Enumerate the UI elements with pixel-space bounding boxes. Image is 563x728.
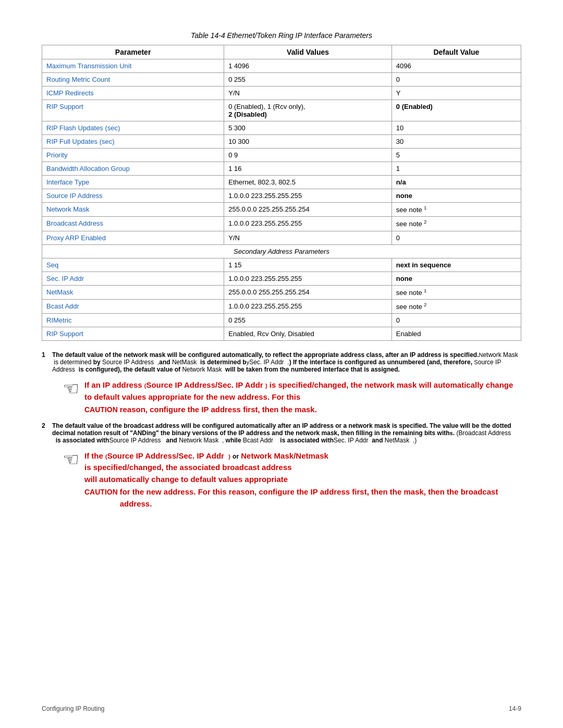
param-cell: RIP Full Updates (sec): [42, 135, 224, 149]
table-row: RIP SupportEnabled, Rcv Only, DisabledEn…: [42, 327, 521, 341]
table-row: Routing Metric Count0 2550: [42, 73, 521, 87]
header-default-value: Default Value: [391, 45, 521, 59]
default-cell: 4096: [391, 59, 521, 73]
table-row: Broadcast Address1.0.0.0 223.255.255.255…: [42, 217, 521, 231]
default-cell: 0 (Enabled): [391, 100, 521, 121]
footer-left: Configuring IP Routing: [42, 705, 105, 712]
table-row: RIMetric0 2550: [42, 314, 521, 327]
valid-cell: 1.0.0.0 223.255.255.255: [224, 299, 392, 313]
table-row: ICMP RedirectsY/NY: [42, 87, 521, 100]
table-row: Priority0 95: [42, 149, 521, 162]
table-row: Interface TypeEthernet, 802.3, 802.5n/a: [42, 176, 521, 189]
param-cell: RIP Flash Updates (sec): [42, 121, 224, 135]
param-cell: NetMask: [42, 285, 224, 299]
table-section-header: Secondary Address Parameters: [42, 244, 521, 258]
footer-right: 14-9: [509, 705, 521, 712]
header-valid-values: Valid Values: [224, 45, 392, 59]
valid-cell: 1 16: [224, 162, 392, 176]
param-cell: Maximum Transmission Unit: [42, 59, 224, 73]
table-row: RIP Full Updates (sec)10 30030: [42, 135, 521, 149]
valid-cell: Ethernet, 802.3, 802.5: [224, 176, 392, 189]
param-cell: Broadcast Address: [42, 217, 224, 231]
footnotes: 1 The default value of the network mask …: [42, 351, 521, 510]
table-row: Maximum Transmission Unit1 40964096: [42, 59, 521, 73]
table-row: Proxy ARP EnabledY/N0: [42, 231, 521, 244]
valid-cell: 0 255: [224, 314, 392, 327]
valid-cell: 1.0.0.0 223.255.255.255: [224, 217, 392, 231]
page-content: Table 14-4 Ethernet/Token Ring IP Interf…: [0, 0, 563, 547]
default-cell: 0: [391, 314, 521, 327]
table-row: RIP Flash Updates (sec)5 30010: [42, 121, 521, 135]
default-cell: none: [391, 189, 521, 203]
default-cell: 0: [391, 73, 521, 87]
valid-cell: 0 9: [224, 149, 392, 162]
valid-cell: 1.0.0.0 223.255.255.255: [224, 272, 392, 285]
table-row: RIP Support0 (Enabled), 1 (Rcv only),2 (…: [42, 100, 521, 121]
param-cell: RIP Support: [42, 100, 224, 121]
default-cell: 5: [391, 149, 521, 162]
valid-cell: 1.0.0.0 223.255.255.255: [224, 189, 392, 203]
table-row: Sec. IP Addr1.0.0.0 223.255.255.255none: [42, 272, 521, 285]
footnote-1-text: The default value of the network mask wi…: [52, 351, 521, 373]
caution-block-2: ☜ If the (Source IP Address/Sec. IP Addr…: [63, 450, 521, 510]
default-cell: Y: [391, 87, 521, 100]
param-cell: Source IP Address: [42, 189, 224, 203]
caution-2-text-2: for the new address. For this reason, co…: [120, 486, 521, 510]
valid-cell: 255.0.0.0 225.255.255.254: [224, 203, 392, 217]
table-title: Table 14-4 Ethernet/Token Ring IP Interf…: [42, 31, 521, 40]
caution-1-text: If an IP address (Source IP Address/Sec.…: [84, 379, 521, 403]
caution-label-1: CAUTION: [84, 405, 120, 414]
footer: Configuring IP Routing 14-9: [42, 705, 521, 712]
default-cell: 1: [391, 162, 521, 176]
footnote-2-text: The default value of the broadcast addre…: [52, 422, 521, 444]
caution-2-text: If the (Source IP Address/Sec. IP Addr )…: [84, 450, 521, 486]
caution-label-2: CAUTION: [84, 488, 120, 496]
table-row: Seq1 15next in sequence: [42, 258, 521, 272]
default-cell: see note 2: [391, 217, 521, 231]
valid-cell: 5 300: [224, 121, 392, 135]
valid-cell: Y/N: [224, 231, 392, 244]
param-cell: ICMP Redirects: [42, 87, 224, 100]
default-cell: see note 1: [391, 203, 521, 217]
valid-cell: 0 (Enabled), 1 (Rcv only),2 (Disabled): [224, 100, 392, 121]
header-parameter: Parameter: [42, 45, 224, 59]
valid-cell: 1 4096: [224, 59, 392, 73]
param-cell: Network Mask: [42, 203, 224, 217]
table-row: Source IP Address1.0.0.0 223.255.255.255…: [42, 189, 521, 203]
caution-1-text-2: reason, configure the IP address first, …: [120, 404, 317, 416]
footnote-1: 1 The default value of the network mask …: [42, 351, 521, 416]
footnote-2: 2 The default value of the broadcast add…: [42, 422, 521, 510]
table-row: Network Mask255.0.0.0 225.255.255.254see…: [42, 203, 521, 217]
default-cell: see note 2: [391, 299, 521, 313]
default-cell: n/a: [391, 176, 521, 189]
default-cell: Enabled: [391, 327, 521, 341]
table-row: Bandwidth Allocation Group1 161: [42, 162, 521, 176]
param-cell: Proxy ARP Enabled: [42, 231, 224, 244]
default-cell: see note 1: [391, 285, 521, 299]
valid-cell: 255.0.0.0 255.255.255.254: [224, 285, 392, 299]
caution-block-1: ☜ If an IP address (Source IP Address/Se…: [63, 379, 521, 416]
valid-cell: 10 300: [224, 135, 392, 149]
param-cell: Sec. IP Addr: [42, 272, 224, 285]
table-row: NetMask255.0.0.0 255.255.255.254see note…: [42, 285, 521, 299]
default-cell: 30: [391, 135, 521, 149]
caution-hand-icon-1: ☜: [63, 379, 79, 398]
caution-hand-icon-2: ☜: [63, 450, 79, 469]
param-cell: Priority: [42, 149, 224, 162]
param-cell: Routing Metric Count: [42, 73, 224, 87]
default-cell: 0: [391, 231, 521, 244]
param-cell: RIP Support: [42, 327, 224, 341]
main-table: Parameter Valid Values Default Value Max…: [42, 45, 521, 341]
param-cell: Seq: [42, 258, 224, 272]
valid-cell: Y/N: [224, 87, 392, 100]
param-cell: Bandwidth Allocation Group: [42, 162, 224, 176]
valid-cell: 1 15: [224, 258, 392, 272]
param-cell: RIMetric: [42, 314, 224, 327]
valid-cell: 0 255: [224, 73, 392, 87]
valid-cell: Enabled, Rcv Only, Disabled: [224, 327, 392, 341]
default-cell: none: [391, 272, 521, 285]
table-row: Bcast Addr1.0.0.0 223.255.255.255see not…: [42, 299, 521, 313]
param-cell: Bcast Addr: [42, 299, 224, 313]
default-cell: 10: [391, 121, 521, 135]
default-cell: next in sequence: [391, 258, 521, 272]
